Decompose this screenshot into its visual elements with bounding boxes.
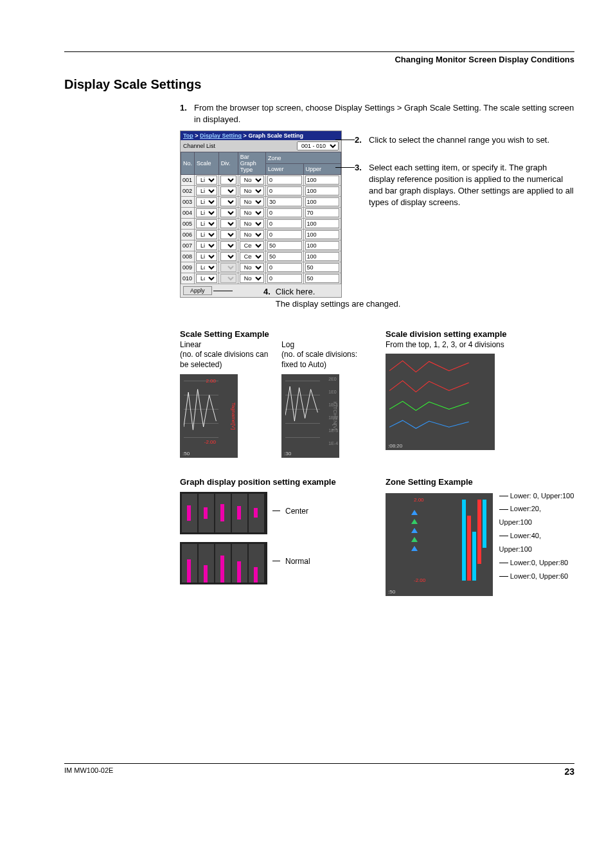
scale-setting-screenshot: Top > Display Setting > Graph Scale Sett…	[180, 131, 342, 298]
div-select[interactable]: 5	[220, 241, 236, 250]
bar-type-select[interactable]: Normal	[240, 230, 264, 239]
zone-lower-input[interactable]	[267, 230, 301, 239]
zone-legend-item: Lower: 0, Upper:100	[499, 489, 574, 503]
div-select[interactable]: 5	[220, 252, 236, 261]
bar-type-select[interactable]: Normal	[240, 274, 264, 283]
linear-graph-thumb: 2.00 -2.00 Tagname[V] :50	[180, 374, 238, 458]
scale-select[interactable]: Linear	[196, 252, 217, 261]
channel-list-label: Channel List	[183, 143, 215, 149]
table-row: 010LogAutoNormal	[181, 273, 341, 284]
zone-legend: Lower: 0, Upper:100 Lower:20, Upper:100 …	[499, 489, 574, 583]
normal-label: Normal	[285, 557, 310, 566]
zone-lower-input[interactable]	[267, 208, 301, 217]
table-row: 006LinearAutoNormal	[181, 230, 341, 240]
zone-upper-input[interactable]	[305, 230, 339, 239]
log-heading: Log	[281, 340, 366, 350]
graph-position-title: Graph display position setting example	[180, 477, 347, 487]
breadcrumb-top[interactable]: Top	[183, 132, 193, 139]
page-title: Display Scale Settings	[64, 77, 574, 92]
scale-select[interactable]: Linear	[196, 197, 217, 206]
channel-toolbar: Channel List 001 - 010	[181, 140, 341, 152]
zone-upper-input[interactable]	[305, 197, 339, 206]
zone-legend-item: Lower:0, Upper:80	[499, 556, 574, 570]
zone-upper-input[interactable]	[305, 263, 339, 272]
scale-select[interactable]: Linear	[196, 230, 217, 239]
step-3: 3. Select each setting item, or specify …	[355, 162, 574, 209]
linear-heading: Linear	[180, 340, 271, 350]
div-select[interactable]: Auto	[220, 197, 236, 206]
zone-upper-input[interactable]	[305, 252, 339, 261]
bar-type-select[interactable]: Normal	[240, 176, 264, 185]
scale-select[interactable]: Linear	[196, 186, 217, 195]
table-row: 001LinearAutoNormal	[181, 175, 341, 186]
table-row: 009LogAutoNormal	[181, 262, 341, 273]
scale-select[interactable]: Linear	[196, 176, 217, 185]
bar-type-select[interactable]: Normal	[240, 219, 264, 228]
channel-range-select[interactable]: 001 - 010	[297, 141, 339, 150]
scale-select[interactable]: Log	[196, 274, 217, 283]
table-row: 002LinearAutoNormal	[181, 186, 341, 197]
div-select[interactable]: Auto	[220, 263, 236, 272]
div-select[interactable]: Auto	[220, 208, 236, 217]
log-sub: (no. of scale divisions: fixed to Auto)	[281, 350, 366, 370]
breadcrumb: Top > Display Setting > Graph Scale Sett…	[181, 131, 341, 140]
division-sub: From the top, 1, 2, 3, or 4 divisions	[386, 340, 574, 350]
div-select[interactable]: Auto	[220, 176, 236, 185]
table-row: 005LinearAutoNormal	[181, 219, 341, 230]
div-select[interactable]: Auto	[220, 230, 236, 239]
division-graph-thumb: :08:20	[386, 354, 495, 450]
zone-lower-input[interactable]	[267, 241, 301, 250]
zone-lower-input[interactable]	[267, 197, 301, 206]
zone-legend-item: Lower:20, Upper:100	[499, 502, 574, 529]
table-row: 004LinearAutoNormal	[181, 208, 341, 219]
zone-upper-input[interactable]	[305, 176, 339, 185]
doc-id: IM MW100-02E	[64, 766, 113, 777]
scale-select[interactable]: Log	[196, 263, 217, 272]
center-label: Center	[285, 507, 308, 516]
bar-type-select[interactable]: Normal	[240, 208, 264, 217]
division-example-title: Scale division setting example	[386, 329, 574, 339]
scale-table: No. Scale Div. Bar Graph Type Zone Lower…	[181, 152, 341, 284]
zone-upper-input[interactable]	[305, 208, 339, 217]
zone-legend-item: Lower:40, Upper:100	[499, 529, 574, 556]
page-number: 23	[564, 766, 574, 777]
scale-example-title: Scale Setting Example	[180, 329, 366, 339]
zone-legend-item: Lower:0, Upper:60	[499, 570, 574, 583]
bar-normal-thumb	[180, 538, 267, 584]
bar-center-thumb	[180, 488, 267, 534]
step-1: 1. From the browser top screen, choose D…	[180, 102, 574, 125]
log-graph-thumb: 2E01E01E-11E-21E-31E-4 KITCHEN[V] :30	[281, 374, 339, 458]
zone-upper-input[interactable]	[305, 186, 339, 195]
zone-lower-input[interactable]	[267, 176, 301, 185]
zone-lower-input[interactable]	[267, 263, 301, 272]
bar-type-select[interactable]: Center	[240, 252, 264, 261]
zone-example-title: Zone Setting Example	[386, 477, 574, 487]
linear-sub: (no. of scale divisions can be selected)	[180, 350, 271, 370]
bar-type-select[interactable]: Center	[240, 241, 264, 250]
zone-upper-input[interactable]	[305, 274, 339, 283]
scale-select[interactable]: Linear	[196, 241, 217, 250]
zone-graph-thumb: 2.00 -2.00 :50	[386, 493, 493, 596]
table-row: 003LinearAutoNormal	[181, 197, 341, 208]
zone-lower-input[interactable]	[267, 186, 301, 195]
scale-select[interactable]: Linear	[196, 208, 217, 217]
zone-lower-input[interactable]	[267, 219, 301, 228]
zone-lower-input[interactable]	[267, 252, 301, 261]
zone-lower-input[interactable]	[267, 274, 301, 283]
table-row: 007Linear5Center	[181, 240, 341, 251]
bar-type-select[interactable]: Normal	[240, 186, 264, 195]
zone-upper-input[interactable]	[305, 219, 339, 228]
bar-type-select[interactable]: Normal	[240, 263, 264, 272]
div-select[interactable]: Auto	[220, 186, 236, 195]
scale-select[interactable]: Linear	[196, 219, 217, 228]
bar-type-select[interactable]: Normal	[240, 197, 264, 206]
table-row: 008Linear5Center	[181, 251, 341, 262]
step-2: 2. Click to select the channel range you…	[355, 134, 574, 146]
page-footer: IM MW100-02E 23	[64, 763, 574, 777]
zone-upper-input[interactable]	[305, 241, 339, 250]
div-select[interactable]: Auto	[220, 274, 236, 283]
div-select[interactable]: Auto	[220, 219, 236, 228]
breadcrumb-display-setting[interactable]: Display Setting	[200, 132, 242, 139]
section-header: Changing Monitor Screen Display Conditio…	[64, 55, 574, 64]
apply-button[interactable]: Apply	[183, 286, 212, 295]
